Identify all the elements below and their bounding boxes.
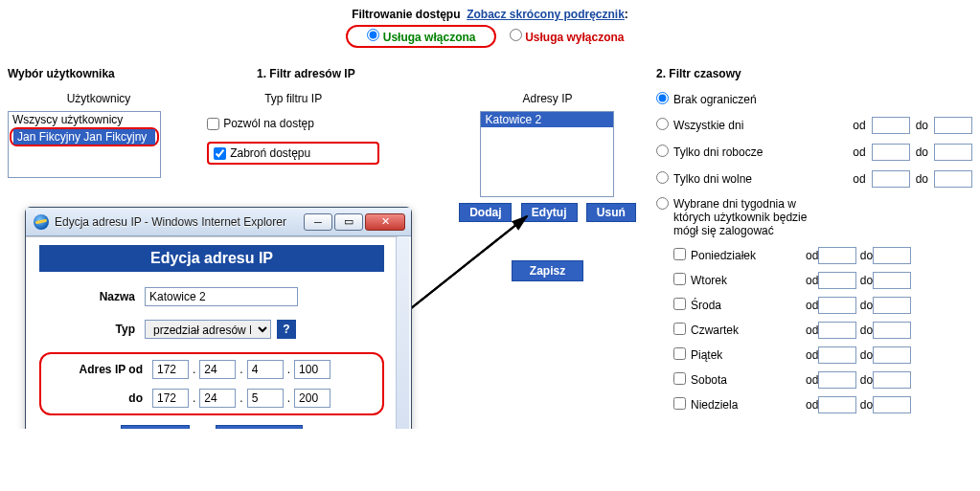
popup-window-title: Edycja adresu IP - Windows Internet Expl… bbox=[55, 215, 304, 229]
main-save-button[interactable]: Zapisz bbox=[512, 260, 583, 281]
day-mon-from[interactable] bbox=[818, 247, 856, 264]
edit-ip-popup: Edycja adresu IP - Windows Internet Expl… bbox=[25, 207, 412, 429]
time-sel-days-radio[interactable] bbox=[656, 197, 669, 210]
popup-help-button[interactable]: ? bbox=[277, 320, 296, 339]
ip-from-oct2[interactable] bbox=[199, 360, 236, 379]
day-thu-to[interactable] bbox=[873, 322, 911, 339]
ie-icon bbox=[34, 214, 49, 230]
popup-type-select[interactable]: przedział adresów IP bbox=[145, 320, 271, 339]
user-list[interactable]: Wszyscy użytkownicy Jan Fikcyjny Jan Fik… bbox=[8, 111, 161, 178]
day-fri-checkbox[interactable] bbox=[673, 347, 686, 360]
day-sat-to[interactable] bbox=[873, 371, 911, 389]
time-free-days-radio[interactable] bbox=[656, 171, 669, 184]
ip-to-oct1[interactable] bbox=[152, 389, 189, 408]
day-wed-checkbox[interactable] bbox=[673, 298, 686, 310]
ip-address-item-selected[interactable]: Katowice 2 bbox=[481, 112, 613, 127]
user-section-title: Wybór użytkownika bbox=[8, 67, 190, 80]
deny-access-checkbox[interactable] bbox=[214, 147, 226, 160]
day-fri-to[interactable] bbox=[873, 346, 911, 364]
time-section-title: 2. Filtr czasowy bbox=[656, 67, 972, 80]
day-sun-from[interactable] bbox=[818, 396, 856, 413]
highlight-service-on: Usługa włączona bbox=[346, 25, 496, 48]
add-ip-button[interactable]: Dodaj bbox=[459, 203, 512, 222]
time-all-days-label: Wszystkie dni bbox=[673, 119, 853, 132]
ip-address-list[interactable]: Katowice 2 bbox=[480, 111, 614, 197]
user-list-label: Użytkownicy bbox=[8, 92, 190, 105]
ip-type-label: Typ filtru IP bbox=[207, 92, 379, 105]
day-tue-from[interactable] bbox=[818, 272, 856, 289]
deny-access-label: Zabroń dostępu bbox=[230, 146, 310, 160]
day-wed-label: Środa bbox=[691, 299, 806, 312]
service-off-label: Usługa wyłączona bbox=[525, 31, 624, 44]
day-fri-from[interactable] bbox=[818, 346, 856, 364]
free-days-to-input[interactable] bbox=[934, 170, 972, 188]
day-tue-checkbox[interactable] bbox=[673, 273, 686, 285]
day-mon-checkbox[interactable] bbox=[673, 248, 686, 260]
day-sat-from[interactable] bbox=[818, 371, 856, 389]
day-wed-from[interactable] bbox=[818, 297, 856, 314]
popup-titlebar[interactable]: Edycja adresu IP - Windows Internet Expl… bbox=[26, 208, 411, 236]
popup-save-button[interactable]: Zapisz bbox=[121, 425, 189, 429]
highlight-ip-range: Adres IP od . . . do . . . bbox=[39, 352, 384, 415]
all-days-from-input[interactable] bbox=[872, 117, 910, 134]
allow-access-label: Pozwól na dostęp bbox=[223, 117, 314, 130]
day-tue-label: Wtorek bbox=[691, 274, 806, 287]
day-sun-checkbox[interactable] bbox=[673, 397, 686, 410]
work-days-to-input[interactable] bbox=[934, 144, 972, 161]
user-list-item-all[interactable]: Wszyscy użytkownicy bbox=[9, 112, 160, 127]
popup-name-input[interactable] bbox=[145, 287, 298, 306]
free-days-from-input[interactable] bbox=[872, 170, 910, 188]
ip-addresses-label: Adresy IP bbox=[456, 92, 639, 105]
allow-access-checkbox[interactable] bbox=[207, 118, 219, 130]
ip-from-oct3[interactable] bbox=[247, 360, 284, 379]
ip-to-oct4[interactable] bbox=[294, 389, 330, 408]
page-header: Filtrowanie dostępu Zobacz skrócony podr… bbox=[8, 8, 972, 21]
ip-section-title: 1. Filtr adresów IP bbox=[257, 67, 656, 80]
header-manual-link[interactable]: Zobacz skrócony podręcznik bbox=[467, 8, 625, 21]
time-no-limit-radio[interactable] bbox=[656, 92, 669, 104]
ip-from-oct4[interactable] bbox=[294, 360, 330, 379]
day-sat-label: Sobota bbox=[691, 373, 806, 387]
service-toggle: Usługa włączona Usługa wyłączona bbox=[8, 25, 972, 48]
ip-from-oct1[interactable] bbox=[152, 360, 189, 379]
minimize-button[interactable]: ─ bbox=[304, 213, 332, 231]
popup-name-label: Nazwa bbox=[39, 290, 135, 303]
od-label: od bbox=[853, 119, 865, 132]
day-thu-from[interactable] bbox=[818, 322, 856, 339]
day-sun-label: Niedziela bbox=[691, 398, 806, 412]
time-sel-days-label: Wybrane dni tygodnia w których użytkowni… bbox=[673, 197, 827, 237]
popup-ip-from-label: Adres IP od bbox=[47, 363, 143, 376]
day-fri-label: Piątek bbox=[691, 348, 806, 362]
deny-access-row[interactable]: Zabroń dostępu bbox=[214, 146, 310, 160]
ip-to-oct2[interactable] bbox=[199, 389, 236, 408]
close-button[interactable]: ✕ bbox=[365, 213, 405, 231]
service-off-radio[interactable] bbox=[510, 29, 522, 41]
service-off-option[interactable]: Usługa wyłączona bbox=[510, 29, 625, 44]
day-sat-checkbox[interactable] bbox=[673, 372, 686, 385]
day-tue-to[interactable] bbox=[873, 272, 911, 289]
maximize-button[interactable]: ▭ bbox=[334, 213, 363, 231]
header-title: Filtrowanie dostępu bbox=[352, 8, 460, 21]
day-mon-label: Poniedziałek bbox=[691, 249, 806, 262]
popup-ip-to-label: do bbox=[47, 391, 143, 405]
delete-ip-button[interactable]: Usuń bbox=[586, 203, 636, 222]
time-no-limit-label: Brak ograniczeń bbox=[673, 93, 972, 106]
time-all-days-radio[interactable] bbox=[656, 118, 669, 130]
ip-to-oct3[interactable] bbox=[247, 389, 284, 408]
time-work-days-radio[interactable] bbox=[656, 145, 669, 157]
service-on-radio[interactable] bbox=[367, 29, 379, 41]
day-thu-checkbox[interactable] bbox=[673, 323, 686, 335]
service-on-option[interactable]: Usługa włączona bbox=[367, 29, 475, 44]
popup-scrollbar[interactable] bbox=[396, 237, 409, 429]
day-wed-to[interactable] bbox=[873, 297, 911, 314]
all-days-to-input[interactable] bbox=[934, 117, 972, 134]
work-days-from-input[interactable] bbox=[872, 144, 910, 161]
day-sun-to[interactable] bbox=[873, 396, 911, 413]
popup-cancel-button[interactable]: Zrezygnuj bbox=[216, 425, 303, 429]
user-list-item-selected[interactable]: Jan Fikcyjny Jan Fikcyjny bbox=[13, 129, 155, 145]
day-mon-to[interactable] bbox=[873, 247, 911, 264]
service-on-label: Usługa włączona bbox=[383, 31, 476, 44]
time-work-days-label: Tylko dni robocze bbox=[673, 145, 853, 159]
edit-ip-button[interactable]: Edytuj bbox=[521, 203, 578, 222]
allow-access-row[interactable]: Pozwól na dostęp bbox=[207, 117, 379, 130]
